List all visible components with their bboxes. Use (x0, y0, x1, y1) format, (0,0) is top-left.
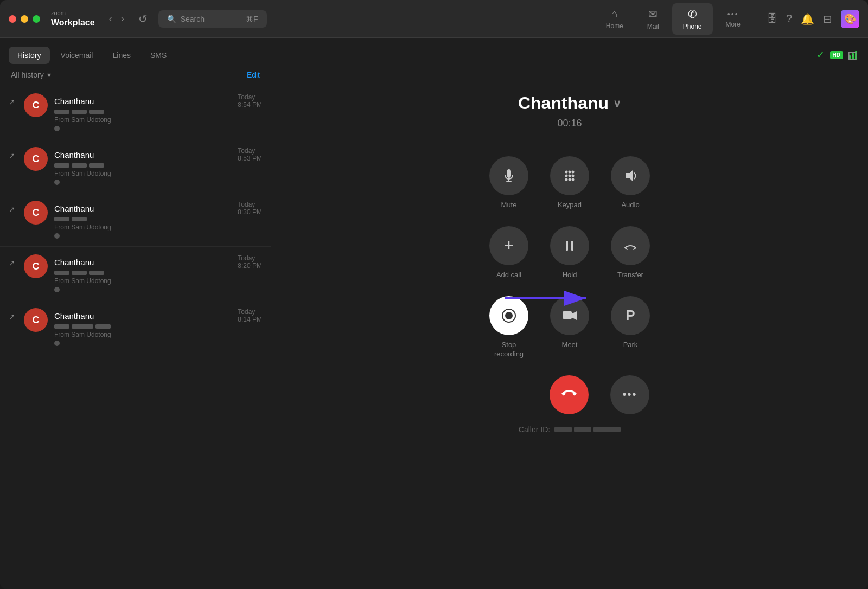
call-info: Chanthanu Today 8:54 PM From Sam Udotong (54, 93, 262, 131)
transfer-button[interactable]: Transfer (611, 226, 650, 280)
call-dot (54, 126, 60, 131)
svg-marker-11 (626, 170, 633, 181)
call-dot (54, 233, 60, 239)
park-label: Park (623, 341, 638, 350)
end-call-circle (550, 375, 589, 414)
filter-dropdown[interactable]: All history ▾ (11, 71, 51, 79)
add-call-button[interactable]: + Add call (489, 226, 528, 280)
meet-button[interactable]: Meet (550, 296, 589, 359)
tab-mail[interactable]: ✉ Mail (636, 3, 670, 35)
call-number (54, 110, 262, 114)
tab-home[interactable]: ⌂ Home (595, 3, 634, 34)
call-dot (54, 341, 60, 346)
list-item[interactable]: ↗ C Chanthanu Today 8:14 PM (0, 300, 271, 354)
list-item[interactable]: ↗ C Chanthanu Today 8:20 PM (0, 247, 271, 300)
call-from: From Sam Udotong (54, 223, 262, 231)
list-item[interactable]: ↗ C Chanthanu Today 8:53 PM (0, 139, 271, 193)
close-button[interactable] (9, 15, 16, 23)
more-options-button[interactable]: ••• (610, 375, 649, 414)
call-from: From Sam Udotong (54, 116, 262, 124)
help-icon[interactable]: ? (786, 12, 792, 25)
svg-point-3 (569, 171, 571, 174)
layout-icon[interactable]: ⊟ (823, 12, 832, 25)
call-info: Chanthanu Today 8:14 PM From Sam Udotong (54, 308, 262, 346)
svg-point-6 (569, 175, 571, 177)
tab-voicemail[interactable]: Voicemail (52, 47, 102, 64)
list-item[interactable]: ↗ C Chanthanu Today 8:54 PM (0, 86, 271, 139)
add-call-circle: + (489, 226, 528, 265)
meet-circle (550, 296, 589, 335)
svg-rect-16 (563, 311, 572, 319)
mute-button[interactable]: Mute (489, 156, 528, 210)
call-from: From Sam Udotong (54, 331, 262, 338)
call-list: ↗ C Chanthanu Today 8:54 PM (0, 86, 271, 589)
filter-label: All history (11, 71, 44, 79)
call-number (54, 324, 262, 329)
caller-id-label: Caller ID: (519, 425, 550, 434)
minimize-button[interactable] (21, 15, 28, 23)
svg-point-15 (505, 312, 513, 319)
keypad-circle (550, 156, 589, 195)
caller-name: Chanthanu (54, 97, 94, 106)
keypad-button[interactable]: Keypad (550, 156, 589, 210)
caller-id-number (554, 427, 621, 432)
audio-button[interactable]: Audio (611, 156, 650, 210)
back-arrow[interactable]: ‹ (106, 11, 116, 27)
recents-icon[interactable]: ↺ (138, 12, 148, 25)
hold-button[interactable]: Hold (550, 226, 589, 280)
park-circle: P (611, 296, 650, 335)
tab-phone[interactable]: ✆ Phone (672, 3, 713, 35)
caller-name-text: Chanthanu (518, 93, 609, 113)
forward-arrow[interactable]: › (118, 11, 127, 27)
call-date: Today (238, 201, 262, 208)
tab-voicemail-label: Voicemail (61, 51, 93, 60)
user-avatar[interactable]: 🎨 (841, 10, 859, 28)
bell-icon[interactable]: 🔔 (801, 12, 814, 25)
hd-badge: HD (830, 51, 843, 59)
call-date: Today (238, 147, 262, 155)
folder-icon[interactable]: 🗄 (767, 12, 777, 25)
add-call-label: Add call (496, 271, 521, 280)
avatar: C (24, 93, 48, 117)
svg-point-8 (565, 178, 568, 181)
svg-rect-12 (566, 241, 568, 251)
call-direction-icon: ↗ (9, 98, 17, 106)
search-bar[interactable]: 🔍 Search ⌘F (158, 10, 267, 28)
nav-arrows: ‹ › (106, 11, 127, 27)
caller-name: Chanthanu (54, 204, 94, 213)
avatar: C (24, 147, 48, 171)
nav-tabs: ⌂ Home ✉ Mail ✆ Phone ••• More (595, 3, 751, 35)
expand-icon[interactable]: ⊡ (847, 49, 857, 63)
edit-button[interactable]: Edit (247, 71, 260, 79)
tab-sms[interactable]: SMS (142, 47, 175, 64)
phone-icon: ✆ (688, 8, 697, 21)
home-icon: ⌂ (611, 8, 618, 20)
tab-more[interactable]: ••• More (715, 5, 751, 33)
controls-container: Mute Keypad (489, 156, 650, 414)
mail-icon: ✉ (648, 8, 658, 21)
search-icon: 🔍 (167, 15, 176, 23)
caller-chevron-icon[interactable]: ∨ (613, 97, 621, 110)
svg-rect-13 (571, 241, 573, 251)
end-call-button[interactable] (550, 375, 589, 414)
titlebar: zoom Workplace ‹ › ↺ 🔍 Search ⌘F ⌂ Home … (0, 0, 868, 38)
main-content: History Voicemail Lines SMS All history … (0, 38, 868, 589)
fullscreen-button[interactable] (33, 15, 40, 23)
call-from: From Sam Udotong (54, 277, 262, 285)
stop-recording-button[interactable]: Stoprecording (489, 296, 528, 359)
call-number (54, 217, 262, 221)
tab-sms-label: SMS (150, 51, 167, 60)
call-date: Today (238, 93, 262, 101)
call-dot (54, 287, 60, 292)
tab-history[interactable]: History (9, 47, 50, 64)
tab-history-label: History (17, 51, 41, 60)
keypad-label: Keypad (558, 201, 582, 210)
list-item[interactable]: ↗ C Chanthanu Today 8:30 PM (0, 193, 271, 247)
call-date: Today (238, 308, 262, 316)
tab-lines[interactable]: Lines (104, 47, 139, 64)
park-button[interactable]: P Park (611, 296, 650, 359)
titlebar-actions: 🗄 ? 🔔 ⊟ 🎨 (767, 10, 859, 28)
svg-marker-17 (572, 311, 577, 320)
call-time: 8:20 PM (238, 262, 262, 270)
call-time: 8:30 PM (238, 208, 262, 216)
